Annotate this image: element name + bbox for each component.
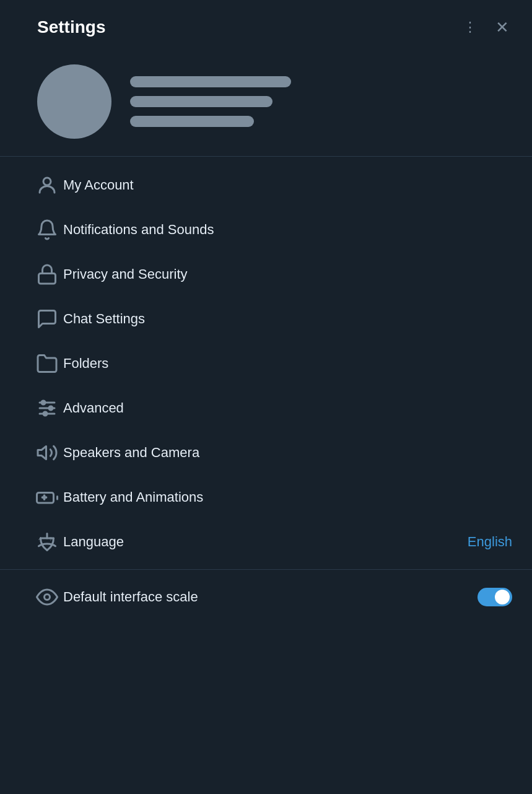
menu-item-privacy[interactable]: Privacy and Security <box>0 252 532 297</box>
svg-marker-8 <box>38 447 46 460</box>
close-button[interactable]: ✕ <box>492 17 512 37</box>
svg-rect-1 <box>39 274 56 284</box>
bell-icon <box>31 219 63 241</box>
profile-info <box>130 76 512 127</box>
folder-icon <box>31 352 63 375</box>
menu-item-language[interactable]: A 字 Language English <box>0 520 532 564</box>
menu-item-folders[interactable]: Folders <box>0 341 532 386</box>
menu-item-advanced[interactable]: Advanced <box>0 386 532 430</box>
battery-icon <box>31 486 63 508</box>
header-actions: ⋮ ✕ <box>460 17 512 37</box>
avatar <box>37 64 111 139</box>
more-options-button[interactable]: ⋮ <box>460 17 480 37</box>
profile-username-skeleton <box>130 96 273 107</box>
folders-label: Folders <box>63 356 512 372</box>
menu-list: My Account Notifications and Sounds Priv… <box>0 157 532 626</box>
settings-panel: Settings ⋮ ✕ My <box>0 0 532 794</box>
svg-point-7 <box>43 412 47 416</box>
lock-icon <box>31 263 63 286</box>
menu-item-chat-settings[interactable]: Chat Settings <box>0 297 532 341</box>
menu-item-battery-animations[interactable]: Battery and Animations <box>0 475 532 520</box>
speaker-icon <box>31 442 63 464</box>
more-icon: ⋮ <box>463 19 477 35</box>
settings-header: Settings ⋮ ✕ <box>0 0 532 52</box>
profile-section[interactable] <box>0 52 532 156</box>
account-icon <box>31 174 63 196</box>
interface-scale-toggle-container[interactable] <box>477 588 512 606</box>
my-account-label: My Account <box>63 177 512 193</box>
page-title: Settings <box>37 17 105 37</box>
chat-settings-label: Chat Settings <box>63 311 512 327</box>
speakers-camera-label: Speakers and Camera <box>63 445 512 461</box>
language-value: English <box>468 534 512 550</box>
eye-icon <box>31 586 63 608</box>
battery-animations-label: Battery and Animations <box>63 489 512 505</box>
advanced-label: Advanced <box>63 400 512 416</box>
menu-item-interface-scale[interactable]: Default interface scale <box>0 575 532 619</box>
privacy-label: Privacy and Security <box>63 266 512 282</box>
svg-text:A: A <box>38 536 42 541</box>
language-icon: A 字 <box>31 531 63 553</box>
menu-item-speakers-camera[interactable]: Speakers and Camera <box>0 430 532 475</box>
svg-point-0 <box>43 178 51 185</box>
profile-status-skeleton <box>130 116 254 127</box>
menu-item-notifications[interactable]: Notifications and Sounds <box>0 207 532 252</box>
language-label: Language <box>63 534 468 550</box>
close-icon: ✕ <box>495 18 509 37</box>
svg-point-6 <box>49 406 53 410</box>
svg-point-17 <box>45 595 50 600</box>
profile-name-skeleton <box>130 76 291 87</box>
svg-point-5 <box>41 401 45 404</box>
chat-icon <box>31 308 63 330</box>
menu-item-my-account[interactable]: My Account <box>0 163 532 207</box>
sliders-icon <box>31 397 63 419</box>
interface-scale-toggle[interactable] <box>477 588 512 606</box>
notifications-label: Notifications and Sounds <box>63 222 512 238</box>
interface-scale-label: Default interface scale <box>63 589 477 605</box>
svg-text:字: 字 <box>49 536 53 541</box>
bottom-section-divider <box>0 569 532 570</box>
